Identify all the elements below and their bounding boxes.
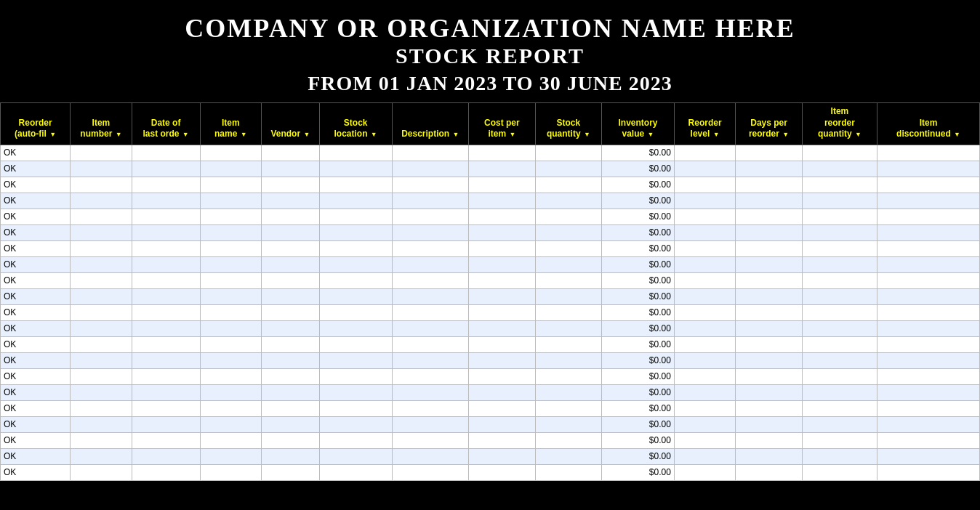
cell-reorder[interactable]: OK <box>1 224 71 240</box>
cell-reorder[interactable]: OK <box>1 209 71 224</box>
cell-stock_quantity[interactable] <box>535 336 602 352</box>
cell-reorder_level[interactable] <box>674 320 735 336</box>
cell-inventory_value[interactable]: $0.00 <box>602 464 675 480</box>
cell-item_name[interactable] <box>200 209 261 224</box>
cell-date_of_last_order[interactable] <box>132 416 200 432</box>
cell-cost_per_item[interactable] <box>469 177 536 193</box>
cell-description[interactable] <box>392 177 469 193</box>
cell-item_reorder_quantity[interactable] <box>802 448 877 464</box>
cell-days_per_reorder[interactable] <box>736 464 803 480</box>
cell-item_name[interactable] <box>200 224 261 240</box>
cell-vendor[interactable] <box>262 240 320 256</box>
cell-reorder_level[interactable] <box>674 368 735 384</box>
cell-description[interactable] <box>392 416 469 432</box>
cell-reorder[interactable]: OK <box>1 177 71 193</box>
cell-item_name[interactable] <box>200 272 261 288</box>
cell-days_per_reorder[interactable] <box>736 416 803 432</box>
cell-stock_location[interactable] <box>319 464 392 480</box>
cell-reorder_level[interactable] <box>674 352 735 368</box>
col-date-of-last-order[interactable]: Date oflast orde ▼ <box>132 103 200 145</box>
cell-stock_quantity[interactable] <box>535 416 602 432</box>
cell-stock_quantity[interactable] <box>535 161 602 177</box>
cell-description[interactable] <box>392 320 469 336</box>
cell-stock_quantity[interactable] <box>535 240 602 256</box>
cell-item_number[interactable] <box>71 193 132 209</box>
col-days-per-reorder[interactable]: Days perreorder ▼ <box>736 103 803 145</box>
cell-inventory_value[interactable]: $0.00 <box>602 256 675 272</box>
cell-days_per_reorder[interactable] <box>736 400 803 416</box>
cell-stock_location[interactable] <box>319 336 392 352</box>
cell-item_discontinued[interactable] <box>877 193 980 209</box>
cell-stock_location[interactable] <box>319 224 392 240</box>
cell-item_number[interactable] <box>71 256 132 272</box>
cell-days_per_reorder[interactable] <box>736 368 803 384</box>
cell-reorder_level[interactable] <box>674 161 735 177</box>
cell-item_number[interactable] <box>71 145 132 161</box>
cell-date_of_last_order[interactable] <box>132 352 200 368</box>
cell-item_name[interactable] <box>200 416 261 432</box>
cell-item_reorder_quantity[interactable] <box>802 432 877 448</box>
cell-item_name[interactable] <box>200 288 261 304</box>
cell-inventory_value[interactable]: $0.00 <box>602 304 675 320</box>
cell-item_reorder_quantity[interactable] <box>802 288 877 304</box>
cell-item_reorder_quantity[interactable] <box>802 384 877 400</box>
col-vendor[interactable]: Vendor ▼ <box>262 103 320 145</box>
cell-description[interactable] <box>392 256 469 272</box>
cell-item_reorder_quantity[interactable] <box>802 145 877 161</box>
cell-cost_per_item[interactable] <box>469 209 536 224</box>
cell-date_of_last_order[interactable] <box>132 336 200 352</box>
cell-stock_location[interactable] <box>319 256 392 272</box>
cell-days_per_reorder[interactable] <box>736 145 803 161</box>
cell-days_per_reorder[interactable] <box>736 384 803 400</box>
cell-description[interactable] <box>392 209 469 224</box>
cell-vendor[interactable] <box>262 288 320 304</box>
cell-days_per_reorder[interactable] <box>736 336 803 352</box>
cell-stock_location[interactable] <box>319 384 392 400</box>
cell-date_of_last_order[interactable] <box>132 209 200 224</box>
cell-reorder[interactable]: OK <box>1 384 71 400</box>
cell-reorder[interactable]: OK <box>1 161 71 177</box>
cell-item_discontinued[interactable] <box>877 272 980 288</box>
cell-inventory_value[interactable]: $0.00 <box>602 352 675 368</box>
cell-item_reorder_quantity[interactable] <box>802 336 877 352</box>
col-inventory-value[interactable]: Inventoryvalue ▼ <box>602 103 675 145</box>
cell-cost_per_item[interactable] <box>469 193 536 209</box>
cell-inventory_value[interactable]: $0.00 <box>602 448 675 464</box>
cell-vendor[interactable] <box>262 432 320 448</box>
cell-stock_location[interactable] <box>319 288 392 304</box>
cell-reorder_level[interactable] <box>674 209 735 224</box>
cell-stock_quantity[interactable] <box>535 400 602 416</box>
cell-date_of_last_order[interactable] <box>132 224 200 240</box>
cell-stock_quantity[interactable] <box>535 256 602 272</box>
cell-item_name[interactable] <box>200 256 261 272</box>
cell-reorder_level[interactable] <box>674 400 735 416</box>
cell-item_number[interactable] <box>71 448 132 464</box>
cell-item_discontinued[interactable] <box>877 448 980 464</box>
cell-item_name[interactable] <box>200 336 261 352</box>
cell-description[interactable] <box>392 193 469 209</box>
cell-reorder[interactable]: OK <box>1 448 71 464</box>
col-item-name[interactable]: Itemname ▼ <box>200 103 261 145</box>
cell-item_number[interactable] <box>71 336 132 352</box>
cell-days_per_reorder[interactable] <box>736 209 803 224</box>
cell-reorder_level[interactable] <box>674 145 735 161</box>
cell-stock_quantity[interactable] <box>535 432 602 448</box>
cell-item_discontinued[interactable] <box>877 384 980 400</box>
dropdown-icon-date[interactable]: ▼ <box>182 131 189 139</box>
cell-inventory_value[interactable]: $0.00 <box>602 400 675 416</box>
dropdown-icon-description[interactable]: ▼ <box>453 131 459 139</box>
cell-item_number[interactable] <box>71 464 132 480</box>
cell-cost_per_item[interactable] <box>469 161 536 177</box>
cell-cost_per_item[interactable] <box>469 400 536 416</box>
col-description[interactable]: Description ▼ <box>392 103 469 145</box>
cell-item_number[interactable] <box>71 432 132 448</box>
cell-stock_quantity[interactable] <box>535 320 602 336</box>
cell-inventory_value[interactable]: $0.00 <box>602 336 675 352</box>
cell-cost_per_item[interactable] <box>469 240 536 256</box>
cell-stock_location[interactable] <box>319 304 392 320</box>
cell-reorder[interactable]: OK <box>1 304 71 320</box>
cell-item_number[interactable] <box>71 400 132 416</box>
cell-item_number[interactable] <box>71 288 132 304</box>
cell-reorder_level[interactable] <box>674 224 735 240</box>
cell-date_of_last_order[interactable] <box>132 384 200 400</box>
